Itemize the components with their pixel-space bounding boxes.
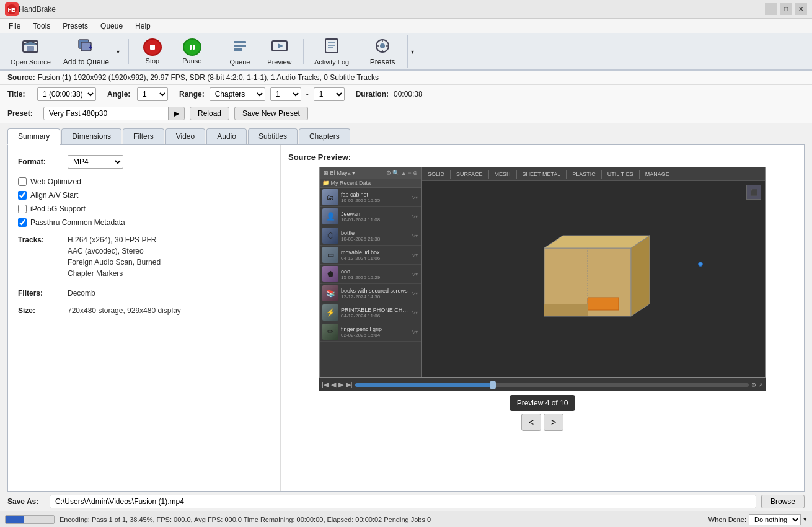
source-label: Source: bbox=[7, 73, 35, 82]
save-path-input[interactable] bbox=[50, 495, 756, 508]
scrub-play-btn[interactable]: ▶ bbox=[338, 381, 343, 389]
presets-dropdown[interactable]: ▾ bbox=[407, 35, 417, 68]
when-done-select[interactable]: Do nothing bbox=[749, 514, 801, 525]
range-select[interactable]: Chapters bbox=[210, 87, 265, 101]
add-to-queue-button[interactable]: Add to Queue ▾ bbox=[59, 35, 123, 68]
queue-button[interactable]: Queue bbox=[221, 35, 258, 68]
list-item[interactable]: 🗂 fab cabinet 10-02-2025 16:55 V▾ bbox=[320, 188, 421, 207]
menu-tools[interactable]: Tools bbox=[27, 20, 56, 32]
list-item[interactable]: ▭ movable lid box 04-12-2024 11:06 V▾ bbox=[320, 246, 421, 265]
3d-solid-btn[interactable]: SOLID bbox=[425, 170, 448, 179]
presets-button[interactable]: Presets ▾ bbox=[357, 35, 418, 68]
toolbar: Open Source Add to Queue ▾ Stop bbox=[0, 33, 812, 71]
format-select[interactable]: MP4 bbox=[68, 155, 123, 169]
cube-nav-icon[interactable]: ⬛ bbox=[746, 185, 761, 200]
3d-mesh-btn[interactable]: MESH bbox=[492, 170, 514, 179]
preview-image: ⊞ Bf Maya ▾ ⚙ 🔍 ▲ ≡ ⊕ 📁 My Recent Data 🗂… bbox=[319, 167, 766, 378]
reload-button[interactable]: Reload bbox=[190, 107, 229, 120]
pause-button[interactable]: Pause bbox=[174, 35, 211, 68]
preview-button[interactable]: Preview bbox=[261, 35, 298, 68]
file-icon-1: 🗂 bbox=[322, 189, 338, 205]
presets-main[interactable]: Presets bbox=[358, 35, 407, 68]
title-select[interactable]: 1 (00:00:38) bbox=[37, 87, 96, 101]
preset-select-wrap: ▶ bbox=[43, 107, 185, 120]
chapter-start-select[interactable]: 1 bbox=[270, 87, 301, 101]
scrub-start-btn[interactable]: |◀ bbox=[322, 381, 329, 389]
pause-icon bbox=[183, 38, 201, 56]
tab-video[interactable]: Video bbox=[165, 128, 205, 144]
file-v-4: V▾ bbox=[412, 252, 419, 258]
passthru-label[interactable]: Passthru Common Metadata bbox=[30, 218, 125, 227]
ipod-checkbox[interactable] bbox=[18, 205, 27, 213]
tab-summary[interactable]: Summary bbox=[7, 128, 60, 145]
3d-manage-btn[interactable]: MANAGE bbox=[642, 170, 673, 179]
browse-button[interactable]: Browse bbox=[761, 495, 805, 508]
source-info: 1920x992 (1920x992), 29.97 FPS, SDR (8-b… bbox=[74, 73, 379, 82]
angle-select[interactable]: 1 bbox=[137, 87, 168, 101]
timeline-track[interactable] bbox=[355, 383, 749, 387]
tab-audio[interactable]: Audio bbox=[206, 128, 247, 144]
3d-toolbar: SOLID SURFACE MESH SHEET METAL PLASTIC U… bbox=[422, 167, 765, 181]
scrub-next-btn[interactable]: ▶| bbox=[346, 381, 353, 389]
open-source-button[interactable]: Open Source bbox=[5, 35, 56, 68]
file-name-5: ooo bbox=[341, 268, 410, 275]
title-bar: HB HandBrake − □ ✕ bbox=[0, 0, 812, 19]
web-optimized-label[interactable]: Web Optimized bbox=[30, 177, 81, 186]
add-to-queue-main[interactable]: Add to Queue bbox=[60, 35, 113, 68]
3d-utilities-btn[interactable]: UTILITIES bbox=[604, 170, 637, 179]
timeline-scrubber[interactable] bbox=[490, 381, 496, 389]
svg-marker-31 bbox=[544, 304, 588, 316]
preset-input[interactable] bbox=[44, 107, 168, 120]
align-av-label[interactable]: Align A/V Start bbox=[30, 191, 78, 200]
scrub-prev-btn[interactable]: ◀ bbox=[331, 381, 336, 389]
stop-button[interactable]: Stop bbox=[134, 35, 171, 68]
web-optimized-checkbox[interactable] bbox=[18, 177, 27, 186]
3d-plastic-btn[interactable]: PLASTIC bbox=[569, 170, 599, 179]
3d-sheetmetal-btn[interactable]: SHEET METAL bbox=[519, 170, 564, 179]
stop-icon bbox=[143, 38, 162, 56]
tab-filters[interactable]: Filters bbox=[123, 128, 164, 144]
tab-chapters[interactable]: Chapters bbox=[299, 128, 350, 144]
file-date-4: 04-12-2024 11:06 bbox=[341, 255, 410, 261]
align-av-checkbox[interactable] bbox=[18, 191, 27, 200]
ipod-label[interactable]: iPod 5G Support bbox=[30, 205, 86, 213]
tab-dimensions[interactable]: Dimensions bbox=[61, 128, 121, 144]
menu-queue[interactable]: Queue bbox=[94, 20, 129, 32]
3d-sep-1 bbox=[450, 170, 451, 179]
tab-content: Format: MP4 Web Optimized Align A/V Star… bbox=[7, 145, 805, 492]
list-item[interactable]: ⬡ bottle 10-03-2025 21:38 V▾ bbox=[320, 226, 421, 246]
menu-presets[interactable]: Presets bbox=[56, 20, 94, 32]
3d-surface-btn[interactable]: SURFACE bbox=[453, 170, 486, 179]
preset-arrow-button[interactable]: ▶ bbox=[168, 107, 184, 120]
list-item[interactable]: ✏ finger pencil grip 02-02-2026 15:04 V▾ bbox=[320, 322, 421, 342]
list-item[interactable]: ⚡ PRINTABLE PHONE CHARGER 04-12-2024 11:… bbox=[320, 303, 421, 322]
toolbar-sep-1 bbox=[128, 39, 129, 64]
queue-label: Queue bbox=[229, 58, 250, 66]
app-logo: HB bbox=[5, 2, 19, 16]
close-button[interactable]: ✕ bbox=[795, 3, 807, 16]
minimize-button[interactable]: − bbox=[765, 3, 777, 16]
preview-prev-button[interactable]: < bbox=[521, 414, 541, 431]
svg-text:HB: HB bbox=[8, 7, 16, 13]
svg-rect-10 bbox=[193, 45, 195, 50]
controls-row: Title: 1 (00:00:38) Angle: 1 Range: Chap… bbox=[0, 85, 812, 104]
web-optimized-row: Web Optimized bbox=[18, 177, 270, 186]
maximize-button[interactable]: □ bbox=[780, 3, 792, 16]
list-item[interactable]: 👤 Jeewan 10-01-2024 11:08 V▾ bbox=[320, 207, 421, 226]
track-1: H.264 (x264), 30 FPS PFR bbox=[68, 236, 161, 244]
chapter-end-select[interactable]: 1 bbox=[314, 87, 345, 101]
save-new-preset-button[interactable]: Save New Preset bbox=[234, 107, 308, 120]
progress-bar-wrap bbox=[5, 515, 55, 524]
scrub-controls-right: ⚙ ↗ bbox=[751, 382, 763, 388]
list-item[interactable]: 📚 books with secured screws 12-12-2024 1… bbox=[320, 284, 421, 303]
list-item[interactable]: ⬟ ooo 15-01-2025 15:29 V▾ bbox=[320, 265, 421, 284]
tab-subtitles[interactable]: Subtitles bbox=[248, 128, 298, 144]
menu-file[interactable]: File bbox=[2, 20, 27, 32]
add-to-queue-dropdown[interactable]: ▾ bbox=[113, 35, 123, 68]
when-done-arrow[interactable]: ▾ bbox=[803, 515, 807, 523]
activity-log-button[interactable]: Activity Log bbox=[309, 35, 355, 68]
menu-help[interactable]: Help bbox=[129, 20, 157, 32]
passthru-checkbox[interactable] bbox=[18, 218, 27, 227]
preview-next-button[interactable]: > bbox=[544, 414, 563, 431]
status-text: Encoding: Pass 1 of 1, 38.45%, FPS: 000.… bbox=[60, 516, 704, 523]
